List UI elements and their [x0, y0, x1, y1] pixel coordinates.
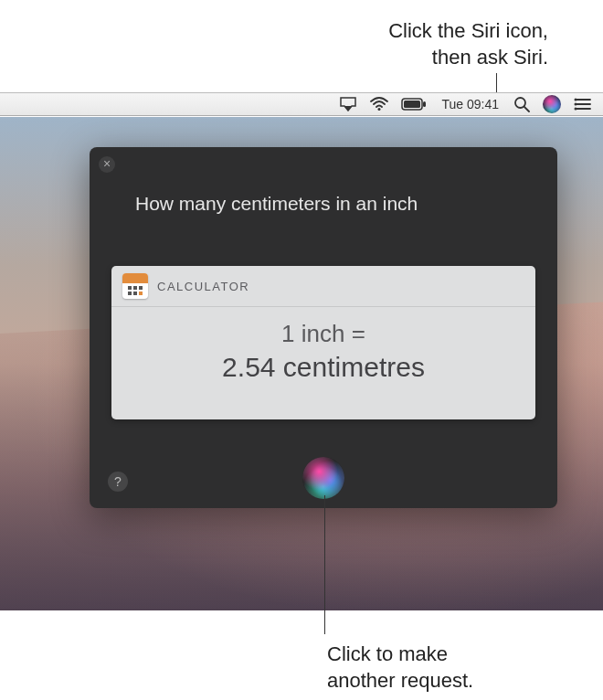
menubar-clock[interactable]: Tue 09:41 — [439, 93, 501, 115]
siri-query-text: How many centimeters in an inch — [135, 193, 418, 215]
notification-center-icon[interactable] — [574, 93, 592, 115]
svg-point-10 — [575, 103, 577, 106]
callout-siri-icon: Click the Siri icon, then ask Siri. — [388, 18, 548, 70]
battery-icon[interactable] — [401, 93, 427, 115]
svg-line-5 — [524, 107, 529, 111]
svg-point-9 — [575, 99, 577, 101]
calculator-result-card[interactable]: CALCULATOR 1 inch = 2.54 centimetres — [111, 266, 535, 419]
callout-text: Click the Siri icon, — [388, 18, 548, 45]
airplay-icon[interactable] — [339, 93, 357, 115]
menubar: Tue 09:41 — [0, 92, 603, 116]
wifi-icon[interactable] — [370, 93, 388, 115]
svg-rect-2 — [404, 101, 420, 108]
help-button[interactable]: ? — [108, 472, 128, 492]
callout-text: then ask Siri. — [388, 45, 548, 71]
callout-text: another request. — [327, 668, 473, 695]
calculator-card-title: CALCULATOR — [157, 280, 249, 293]
calculator-app-icon — [122, 273, 148, 299]
svg-point-0 — [378, 108, 381, 111]
calculator-card-header: CALCULATOR — [111, 266, 535, 307]
conversion-input: 1 inch = — [111, 320, 535, 348]
siri-request-button[interactable] — [302, 457, 344, 499]
callout-leader-line — [324, 495, 325, 634]
siri-window: How many centimeters in an inch CALCULAT… — [90, 147, 557, 508]
conversion-result: 2.54 centimetres — [111, 352, 535, 383]
callout-text: Click to make — [327, 642, 473, 668]
svg-point-4 — [515, 98, 525, 108]
svg-rect-3 — [423, 101, 426, 107]
close-button[interactable] — [99, 156, 115, 173]
callout-siri-request: Click to make another request. — [327, 642, 473, 694]
siri-icon[interactable] — [543, 93, 561, 115]
calculator-card-body: 1 inch = 2.54 centimetres — [111, 307, 535, 383]
spotlight-icon[interactable] — [513, 93, 530, 115]
callout-leader-line — [496, 73, 497, 93]
svg-point-11 — [575, 108, 577, 111]
desktop-wallpaper: How many centimeters in an inch CALCULAT… — [0, 117, 603, 610]
